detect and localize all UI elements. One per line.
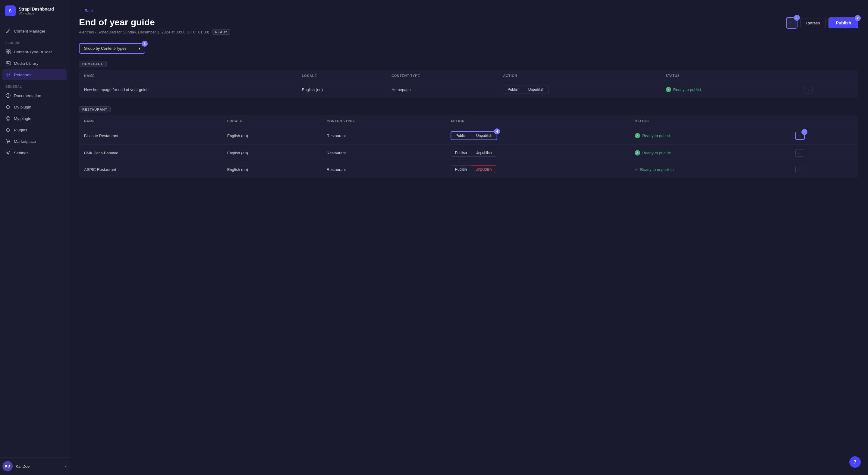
- check-icon: ✓: [666, 87, 671, 92]
- main-content: ← Back End of year guide 4 entries - Sch…: [69, 0, 868, 475]
- sidebar-item-label: Releases: [14, 73, 32, 77]
- svg-rect-3: [8, 52, 10, 54]
- entry-content-type: Restaurant: [322, 161, 446, 178]
- col-locale: LOCALE: [297, 70, 387, 82]
- entry-status: ✓ Ready to publish: [630, 127, 788, 145]
- refresh-button[interactable]: Refresh: [801, 18, 826, 28]
- sidebar-footer: KD Kai Doe ‹: [0, 457, 69, 475]
- svg-rect-0: [6, 50, 8, 52]
- sidebar-item-my-plugin-1[interactable]: My plugin: [2, 102, 67, 113]
- settings-icon: [5, 150, 11, 156]
- page-subtitle-text: 4 entries - Scheduled for Sunday, Decemb…: [79, 30, 209, 34]
- svg-point-10: [9, 142, 9, 143]
- sidebar-item-label: Marketplace: [14, 139, 36, 144]
- sidebar-item-content-manager[interactable]: Content Manager: [2, 26, 67, 36]
- help-button[interactable]: ?: [849, 456, 861, 468]
- entry-status: ✓ Ready to publish: [630, 145, 788, 161]
- col-name: NAME: [79, 70, 297, 82]
- app-logo: S: [5, 5, 16, 16]
- sidebar-item-marketplace[interactable]: Marketplace: [2, 136, 67, 147]
- entry-status: ✓ Ready to publish: [661, 82, 797, 98]
- entry-action: Publish Unpublish 4: [446, 127, 630, 145]
- table-row: New homepage for end of year guide Engli…: [79, 82, 858, 98]
- status-ready: ✓ Ready to publish: [635, 133, 783, 138]
- status-ready: ✓ Ready to publish: [635, 150, 783, 156]
- sidebar-item-label: Documentation: [14, 93, 41, 98]
- entry-action: Publish Unpublish: [446, 145, 630, 161]
- sidebar-item-plugins[interactable]: Plugins: [2, 124, 67, 135]
- plugins-section-label: PLUGINS: [2, 37, 67, 46]
- entry-status: ✓ Ready to unpublish: [630, 161, 788, 178]
- sidebar-item-my-plugin-2[interactable]: My plugin: [2, 113, 67, 124]
- homepage-group: HOMEPAGE NAME LOCALE CONTENT-TYPE ACTION…: [79, 61, 858, 98]
- unpublish-button[interactable]: Unpublish: [472, 132, 497, 139]
- entry-options: ···: [797, 82, 858, 98]
- cart-icon: [5, 139, 11, 144]
- sidebar-header: S Strapi Dashboard Workplace: [0, 0, 69, 22]
- sidebar-item-content-type-builder[interactable]: Content-Type Builder: [2, 46, 67, 57]
- sidebar-collapse-button[interactable]: ‹: [65, 464, 67, 469]
- group-by-select[interactable]: Group by Content-Types ▾: [79, 43, 145, 54]
- row-options-button[interactable]: ···: [804, 86, 813, 93]
- action-buttons: Publish Unpublish: [503, 86, 656, 93]
- header-actions: ··· 1 Refresh Publish 2: [786, 17, 858, 29]
- entry-locale: English (en): [222, 127, 322, 145]
- entry-name: New homepage for end of year guide: [79, 82, 297, 98]
- check-icon: ✓: [635, 150, 640, 156]
- entry-content-type: Homepage: [387, 82, 498, 98]
- sidebar-item-documentation[interactable]: Documentation: [2, 90, 67, 101]
- action-buttons: Publish Unpublish: [451, 149, 625, 157]
- entry-options: ··· 5: [788, 127, 858, 145]
- general-section-label: GENERAL: [2, 81, 67, 90]
- col-name: NAME: [79, 116, 222, 127]
- puzzle-icon: [5, 104, 11, 110]
- image-icon: [5, 61, 11, 66]
- row-options-button[interactable]: ···: [795, 149, 804, 157]
- sidebar-item-label: Content-Type Builder: [14, 50, 52, 54]
- chevron-down-icon: ▾: [138, 46, 141, 51]
- unpublish-button[interactable]: Unpublish: [471, 165, 496, 173]
- entry-options: ···: [788, 161, 858, 178]
- back-arrow-icon: ←: [79, 8, 83, 13]
- unpublish-button[interactable]: Unpublish: [524, 86, 549, 93]
- user-name: Kai Doe: [16, 464, 30, 469]
- entry-name: BMK Paris-Bamako: [79, 145, 222, 161]
- app-subtitle: Workplace: [19, 11, 54, 15]
- sidebar-item-label: My plugin: [14, 116, 31, 121]
- back-label: Back: [85, 8, 93, 13]
- sidebar-item-media-library[interactable]: Media Library: [2, 58, 67, 69]
- publish-button[interactable]: Publish: [503, 86, 524, 93]
- sidebar: S Strapi Dashboard Workplace Content Man…: [0, 0, 69, 475]
- check-icon: ✓: [635, 167, 638, 172]
- sidebar-item-settings[interactable]: Settings: [2, 147, 67, 158]
- help-icon: ?: [854, 459, 857, 465]
- col-locale: LOCALE: [222, 116, 322, 127]
- svg-point-11: [7, 152, 9, 154]
- page-header: End of year guide 4 entries - Scheduled …: [79, 17, 858, 35]
- back-link[interactable]: ← Back: [79, 8, 93, 13]
- restaurant-table: NAME LOCALE CONTENT-TYPE ACTION STATUS B…: [79, 116, 858, 178]
- page-subtitle: 4 entries - Scheduled for Sunday, Decemb…: [79, 29, 786, 35]
- entry-name: ASPIC Restaurant: [79, 161, 222, 178]
- col-options: [788, 116, 858, 127]
- main-publish-button[interactable]: Publish: [829, 18, 858, 28]
- entry-action: Publish Unpublish: [498, 82, 661, 98]
- publish-button[interactable]: Publish: [451, 149, 471, 157]
- badge-5: 5: [801, 129, 807, 135]
- unpublish-button[interactable]: Unpublish: [471, 149, 496, 157]
- badge-2: 2: [855, 15, 861, 21]
- restaurant-section-label: RESTAURANT: [79, 106, 111, 113]
- sidebar-item-label: Plugins: [14, 128, 27, 132]
- publish-button[interactable]: Publish: [451, 165, 471, 173]
- col-options: [797, 70, 858, 82]
- svg-rect-1: [8, 50, 10, 52]
- row-options-button[interactable]: ···: [795, 166, 804, 173]
- app-title: Strapi Dashboard: [19, 7, 54, 12]
- table-row: BMK Paris-Bamako English (en) Restaurant…: [79, 145, 858, 161]
- sidebar-item-releases[interactable]: Releases: [2, 69, 67, 80]
- publish-button[interactable]: Publish: [451, 132, 472, 139]
- avatar: KD: [2, 461, 13, 471]
- sidebar-item-label: Settings: [14, 151, 29, 155]
- entry-action: Publish Unpublish: [446, 161, 630, 178]
- table-row: Biscotte Restaurant English (en) Restaur…: [79, 127, 858, 145]
